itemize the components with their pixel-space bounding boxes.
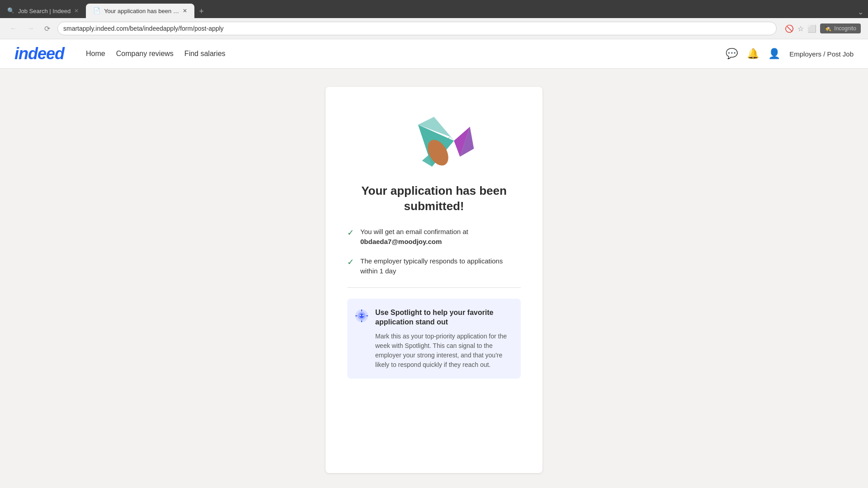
spotlight-icon bbox=[354, 309, 369, 323]
header-right: 💬 🔔 👤 Employers / Post Job bbox=[726, 48, 854, 60]
svg-point-15 bbox=[363, 314, 364, 316]
incognito-label: Incognito bbox=[834, 25, 856, 32]
check-item-email: ✓ You will get an email confirmation at … bbox=[347, 227, 521, 247]
submission-title-line1: Your application has been bbox=[361, 184, 507, 197]
nav-company-reviews[interactable]: Company reviews bbox=[116, 50, 174, 58]
spotlight-section: Use Spotlight to help your favorite appl… bbox=[347, 299, 521, 379]
address-input[interactable] bbox=[57, 22, 777, 35]
tab-favicon-2: 📄 bbox=[93, 7, 100, 14]
tablet-icon[interactable]: ⬜ bbox=[807, 24, 816, 33]
browser-tab-2[interactable]: 📄 Your application has been subm... ✕ bbox=[86, 4, 194, 18]
check-item-response: ✓ The employer typically responds to app… bbox=[347, 256, 521, 277]
spotlight-title: Use Spotlight to help your favorite appl… bbox=[375, 308, 512, 327]
address-bar-icons: 🚫 ☆ ⬜ 🕵 Incognito bbox=[785, 23, 861, 33]
indeed-logo[interactable]: indeed bbox=[14, 44, 64, 63]
incognito-badge: 🕵 Incognito bbox=[820, 23, 861, 33]
svg-point-14 bbox=[360, 314, 361, 316]
spotlight-description: Mark this as your top-priority applicati… bbox=[375, 332, 512, 370]
illustration-container bbox=[347, 105, 521, 173]
user-account-icon[interactable]: 👤 bbox=[768, 48, 780, 60]
section-divider bbox=[347, 287, 521, 288]
messages-icon[interactable]: 💬 bbox=[726, 48, 738, 60]
submission-title-line2: submitted! bbox=[404, 199, 464, 213]
site-header: indeed Home Company reviews Find salarie… bbox=[0, 39, 868, 69]
check-text-email: You will get an email confirmation at 0b… bbox=[360, 227, 521, 247]
address-bar-row: ← → ⟳ 🚫 ☆ ⬜ 🕵 Incognito bbox=[0, 18, 868, 39]
email-address: 0bdaeda7@moodjoy.com bbox=[360, 238, 442, 245]
submission-title: Your application has been submitted! bbox=[347, 183, 521, 214]
tab-title-1: Job Search | Indeed bbox=[18, 8, 71, 14]
nav-find-salaries[interactable]: Find salaries bbox=[184, 50, 226, 58]
browser-tab-1[interactable]: 🔍 Job Search | Indeed ✕ bbox=[0, 4, 86, 18]
incognito-icon: 🕵 bbox=[825, 25, 831, 32]
tab-title-2: Your application has been subm... bbox=[104, 8, 179, 14]
submission-card: Your application has been submitted! ✓ Y… bbox=[326, 87, 542, 473]
star-icon[interactable]: ☆ bbox=[797, 24, 804, 33]
check-icon-1: ✓ bbox=[347, 228, 354, 238]
tab-close-2[interactable]: ✕ bbox=[183, 8, 187, 14]
main-nav: Home Company reviews Find salaries bbox=[86, 50, 226, 58]
spotlight-icon-wrap bbox=[354, 309, 369, 325]
check-text-response: The employer typically responds to appli… bbox=[360, 256, 521, 277]
paper-plane-illustration bbox=[393, 105, 475, 173]
main-content: Your application has been submitted! ✓ Y… bbox=[0, 69, 868, 488]
tab-dropdown-button[interactable]: ⌄ bbox=[853, 6, 868, 18]
browser-chrome: 🔍 Job Search | Indeed ✕ 📄 Your applicati… bbox=[0, 0, 868, 39]
camera-off-icon: 🚫 bbox=[785, 24, 794, 33]
tab-close-1[interactable]: ✕ bbox=[74, 8, 79, 14]
reload-button[interactable]: ⟳ bbox=[42, 23, 53, 35]
nav-home[interactable]: Home bbox=[86, 50, 105, 58]
notifications-icon[interactable]: 🔔 bbox=[747, 48, 759, 60]
tab-bar: 🔍 Job Search | Indeed ✕ 📄 Your applicati… bbox=[0, 0, 868, 18]
tab-favicon-1: 🔍 bbox=[7, 7, 14, 14]
check-icon-2: ✓ bbox=[347, 257, 354, 267]
spotlight-content: Use Spotlight to help your favorite appl… bbox=[375, 308, 512, 370]
new-tab-button[interactable]: + bbox=[194, 5, 208, 18]
employers-post-job-link[interactable]: Employers / Post Job bbox=[789, 50, 854, 58]
logo-text: indeed bbox=[14, 44, 64, 63]
back-button[interactable]: ← bbox=[7, 23, 20, 34]
forward-button[interactable]: → bbox=[24, 23, 37, 34]
